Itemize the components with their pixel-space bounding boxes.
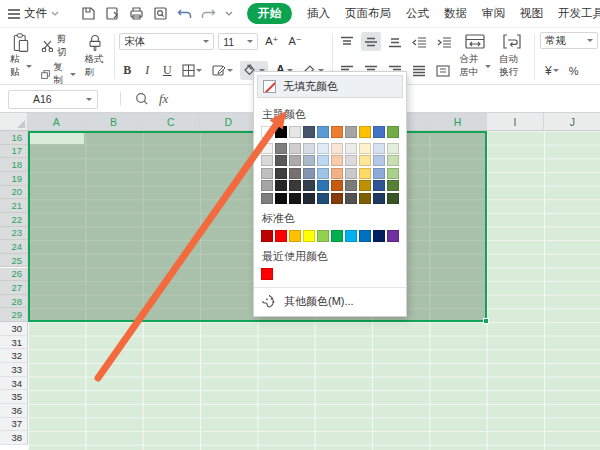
theme-row5-swatch-2[interactable]: [289, 193, 301, 204]
theme-row2-swatch-6[interactable]: [345, 155, 357, 166]
standard-swatch-1[interactable]: [275, 230, 287, 242]
undo-icon[interactable]: [177, 7, 192, 21]
zoom-formula-icon[interactable]: [135, 92, 149, 106]
row-header-16[interactable]: 16: [0, 131, 28, 145]
theme-row2-swatch-4[interactable]: [317, 155, 329, 166]
row-header-24[interactable]: 24: [0, 240, 28, 254]
theme-row3-swatch-0[interactable]: [261, 168, 273, 179]
cut-button[interactable]: 剪切: [38, 32, 79, 60]
theme-row3-swatch-8[interactable]: [373, 168, 385, 179]
theme-row5-swatch-4[interactable]: [317, 193, 329, 204]
theme-row4-swatch-7[interactable]: [359, 180, 371, 191]
wrap-text-button[interactable]: 自动换行: [495, 31, 529, 82]
number-format-select[interactable]: 常规: [540, 32, 598, 49]
row-header-32[interactable]: 32: [0, 349, 28, 363]
column-header-D[interactable]: D: [200, 113, 257, 131]
standard-swatch-8[interactable]: [373, 230, 385, 242]
theme-row1-swatch-7[interactable]: [359, 143, 371, 154]
theme-row3-swatch-7[interactable]: [359, 168, 371, 179]
theme-row4-swatch-0[interactable]: [261, 180, 273, 191]
row-header-21[interactable]: 21: [0, 199, 28, 213]
row-header-17[interactable]: 17: [0, 145, 28, 159]
row-header-33[interactable]: 33: [0, 363, 28, 377]
theme-row3-swatch-5[interactable]: [331, 168, 343, 179]
theme-row5-swatch-5[interactable]: [331, 193, 343, 204]
tab-view[interactable]: 视图: [520, 6, 543, 21]
font-size-select[interactable]: 11: [218, 33, 258, 50]
font-name-select[interactable]: 宋体: [119, 33, 214, 50]
fx-icon[interactable]: fx: [159, 91, 168, 107]
bold-button[interactable]: B: [119, 61, 135, 80]
theme-row0-swatch-2[interactable]: [289, 126, 301, 138]
align-top-button[interactable]: [337, 32, 357, 51]
theme-row5-swatch-0[interactable]: [261, 193, 273, 204]
percent-button[interactable]: %: [566, 61, 582, 80]
select-all-corner[interactable]: [0, 113, 28, 131]
theme-row2-swatch-2[interactable]: [289, 155, 301, 166]
row-header-35[interactable]: 35: [0, 390, 28, 404]
increase-indent-button[interactable]: [434, 32, 455, 51]
theme-row5-swatch-3[interactable]: [303, 193, 315, 204]
theme-row2-swatch-8[interactable]: [373, 155, 385, 166]
theme-row5-swatch-8[interactable]: [373, 193, 385, 204]
row-header-18[interactable]: 18: [0, 158, 28, 172]
align-bottom-button[interactable]: [385, 32, 405, 51]
theme-row1-swatch-5[interactable]: [331, 143, 343, 154]
row-header-29[interactable]: 29: [0, 308, 28, 322]
standard-swatch-9[interactable]: [387, 230, 399, 242]
standard-swatch-5[interactable]: [331, 230, 343, 242]
row-header-31[interactable]: 31: [0, 336, 28, 350]
theme-row1-swatch-6[interactable]: [345, 143, 357, 154]
theme-row0-swatch-9[interactable]: [387, 126, 399, 138]
theme-row0-swatch-8[interactable]: [373, 126, 385, 138]
distributed-button[interactable]: [433, 61, 453, 80]
row-header-20[interactable]: 20: [0, 186, 28, 200]
align-justify-button[interactable]: [409, 61, 429, 80]
standard-swatch-6[interactable]: [345, 230, 357, 242]
row-header-26[interactable]: 26: [0, 268, 28, 282]
theme-row2-swatch-9[interactable]: [387, 155, 399, 166]
row-header-34[interactable]: 34: [0, 377, 28, 391]
format-painter-button[interactable]: 格式刷: [81, 31, 109, 82]
tab-insert[interactable]: 插入: [307, 6, 330, 21]
theme-row0-swatch-6[interactable]: [345, 126, 357, 138]
align-middle-button[interactable]: [361, 32, 381, 51]
tab-data[interactable]: 数据: [444, 6, 467, 21]
theme-row1-swatch-1[interactable]: [275, 143, 287, 154]
theme-row4-swatch-5[interactable]: [331, 180, 343, 191]
column-header-I[interactable]: I: [487, 113, 544, 131]
theme-row3-swatch-6[interactable]: [345, 168, 357, 179]
export-icon[interactable]: [105, 6, 120, 21]
row-header-28[interactable]: 28: [0, 295, 28, 309]
theme-row0-swatch-5[interactable]: [331, 126, 343, 138]
column-header-B[interactable]: B: [85, 113, 142, 131]
tab-formulas[interactable]: 公式: [406, 6, 429, 21]
theme-row3-swatch-9[interactable]: [387, 168, 399, 179]
row-header-22[interactable]: 22: [0, 213, 28, 227]
decrease-indent-button[interactable]: [409, 32, 430, 51]
theme-row2-swatch-7[interactable]: [359, 155, 371, 166]
theme-row0-swatch-4[interactable]: [317, 126, 329, 138]
theme-row4-swatch-6[interactable]: [345, 180, 357, 191]
row-header-37[interactable]: 37: [0, 418, 28, 432]
standard-swatch-2[interactable]: [289, 230, 301, 242]
row-header-23[interactable]: 23: [0, 227, 28, 241]
theme-row1-swatch-0[interactable]: [261, 143, 273, 154]
more-colors-option[interactable]: 其他颜色(M)...: [254, 288, 406, 314]
tab-home[interactable]: 开始: [247, 3, 292, 24]
print-preview-icon[interactable]: [153, 6, 168, 21]
theme-row0-swatch-7[interactable]: [359, 126, 371, 138]
theme-row3-swatch-3[interactable]: [303, 168, 315, 179]
theme-row4-swatch-2[interactable]: [289, 180, 301, 191]
redo-icon[interactable]: [201, 7, 216, 21]
theme-row4-swatch-1[interactable]: [275, 180, 287, 191]
currency-button[interactable]: ¥: [542, 61, 562, 80]
merge-center-button[interactable]: 合并居中: [455, 31, 495, 82]
theme-row0-swatch-0[interactable]: [261, 126, 273, 138]
cell-style-button[interactable]: [209, 61, 236, 80]
theme-row1-swatch-8[interactable]: [373, 143, 385, 154]
recent-swatch-0[interactable]: [261, 268, 273, 280]
save-icon[interactable]: [81, 6, 96, 21]
active-cell[interactable]: [30, 133, 84, 144]
theme-row4-swatch-3[interactable]: [303, 180, 315, 191]
